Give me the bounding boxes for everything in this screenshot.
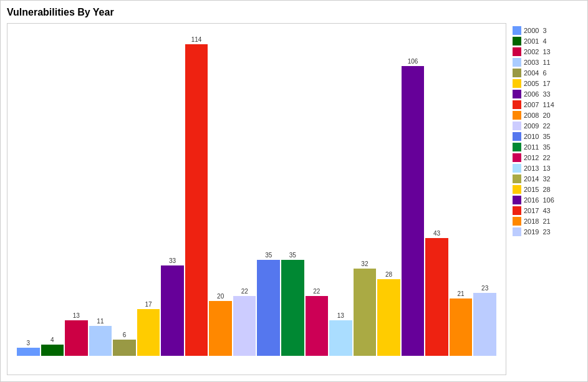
bar-2009 xyxy=(233,296,256,356)
legend-year-2015: 2015 xyxy=(524,186,539,193)
legend-year-2003: 2003 xyxy=(524,59,539,66)
legend-item-2003: 200311 xyxy=(513,58,581,67)
legend-count-2006: 33 xyxy=(542,90,550,98)
legend-item-2018: 201821 xyxy=(513,217,581,226)
legend-color-2004 xyxy=(513,69,521,77)
legend-item-2004: 20046 xyxy=(513,69,581,77)
bar-value-label-2009: 22 xyxy=(241,288,248,295)
bar-group-2010: 35 xyxy=(257,252,280,356)
bar-group-2008: 20 xyxy=(209,293,232,356)
bar-value-label-2004: 6 xyxy=(123,332,127,338)
bar-group-2009: 22 xyxy=(233,288,256,356)
bar-group-2015: 28 xyxy=(377,271,400,356)
bar-2018 xyxy=(450,298,473,356)
bar-group-2013: 13 xyxy=(329,312,352,356)
legend-year-2013: 2013 xyxy=(524,165,539,172)
legend-year-2006: 2006 xyxy=(524,90,539,98)
legend-count-2016: 106 xyxy=(542,196,554,204)
bar-2017 xyxy=(425,238,448,356)
bar-group-2002: 13 xyxy=(65,312,88,356)
legend-year-2012: 2012 xyxy=(524,154,539,161)
bar-2005 xyxy=(137,309,160,356)
legend-color-2006 xyxy=(513,90,521,98)
chart-body: 341311617331142022353522133228106432123 … xyxy=(7,23,581,375)
bar-group-2004: 6 xyxy=(113,332,136,356)
legend-year-2018: 2018 xyxy=(524,217,539,225)
bar-group-2006: 33 xyxy=(161,257,184,356)
bar-value-label-2019: 23 xyxy=(481,285,488,292)
legend-item-2011: 201135 xyxy=(513,143,581,151)
bar-value-label-2006: 33 xyxy=(169,257,176,264)
bar-group-2012: 22 xyxy=(306,288,329,356)
bar-value-label-2008: 20 xyxy=(217,293,224,300)
bar-group-2014: 32 xyxy=(354,260,377,356)
bars-wrapper: 341311617331142022353522133228106432123 xyxy=(11,30,503,356)
legend-color-2018 xyxy=(513,217,521,226)
bar-value-label-2018: 21 xyxy=(458,290,465,297)
legend-year-2007: 2007 xyxy=(524,101,539,108)
legend-year-2008: 2008 xyxy=(524,112,539,119)
legend-color-2011 xyxy=(513,143,521,151)
legend-item-2000: 20003 xyxy=(513,26,581,35)
legend-color-2007 xyxy=(513,100,521,109)
bar-2004 xyxy=(113,340,136,356)
legend-item-2014: 201432 xyxy=(513,174,581,183)
legend-item-2019: 201923 xyxy=(513,227,581,236)
legend-color-2014 xyxy=(513,174,521,183)
bar-group-2018: 21 xyxy=(450,290,473,356)
legend-count-2013: 13 xyxy=(542,165,550,172)
legend-item-2005: 200517 xyxy=(513,79,581,88)
bar-value-label-2014: 32 xyxy=(361,260,368,267)
bar-value-label-2011: 35 xyxy=(289,252,296,259)
legend-year-2005: 2005 xyxy=(524,80,539,87)
bar-value-label-2012: 22 xyxy=(313,288,320,295)
bar-2019 xyxy=(473,293,496,356)
legend-item-2013: 201313 xyxy=(513,164,581,173)
bar-2012 xyxy=(306,296,329,356)
legend-item-2010: 201035 xyxy=(513,132,581,141)
legend-color-2000 xyxy=(513,26,521,35)
bar-value-label-2015: 28 xyxy=(385,271,392,278)
legend-item-2009: 200922 xyxy=(513,122,581,130)
bar-group-2000: 3 xyxy=(17,340,40,356)
legend-year-2002: 2002 xyxy=(524,48,539,55)
legend-count-2015: 28 xyxy=(542,186,550,193)
legend-color-2019 xyxy=(513,227,521,236)
legend-color-2002 xyxy=(513,47,521,56)
legend-count-2003: 11 xyxy=(542,59,550,66)
legend-count-2007: 114 xyxy=(542,101,554,108)
chart-area: 341311617331142022353522133228106432123 xyxy=(7,23,506,375)
bar-group-2016: 106 xyxy=(402,58,425,356)
legend-color-2015 xyxy=(513,185,521,194)
legend-count-2012: 22 xyxy=(542,154,550,161)
bar-value-label-2007: 114 xyxy=(191,36,202,43)
legend-count-2011: 35 xyxy=(542,143,550,151)
bar-value-label-2016: 106 xyxy=(408,58,418,65)
bar-2008 xyxy=(209,301,232,356)
legend-count-2017: 43 xyxy=(542,207,550,214)
bar-value-label-2003: 11 xyxy=(97,318,104,325)
legend-item-2017: 201743 xyxy=(513,206,581,215)
legend-count-2002: 13 xyxy=(542,48,550,55)
legend-year-2000: 2000 xyxy=(524,27,539,34)
bar-group-2003: 11 xyxy=(89,318,112,356)
bar-value-label-2005: 17 xyxy=(145,301,152,308)
bar-value-label-2000: 3 xyxy=(26,340,30,346)
bar-group-2019: 23 xyxy=(473,285,496,356)
bar-2002 xyxy=(65,320,88,356)
bar-value-label-2017: 43 xyxy=(433,230,440,237)
bar-2007 xyxy=(185,44,208,356)
bar-value-label-2001: 4 xyxy=(51,337,54,343)
chart-container: Vulnerabilities By Year 3413116173311420… xyxy=(0,0,588,382)
legend-year-2010: 2010 xyxy=(524,133,539,140)
bar-2003 xyxy=(89,326,112,356)
legend-item-2012: 201222 xyxy=(513,153,581,162)
legend-year-2019: 2019 xyxy=(524,228,539,236)
legend-year-2001: 2001 xyxy=(524,37,539,45)
bar-2001 xyxy=(41,345,64,356)
legend-item-2007: 2007114 xyxy=(513,100,581,109)
bar-2010 xyxy=(257,260,280,356)
legend-count-2010: 35 xyxy=(542,133,550,140)
bar-value-label-2013: 13 xyxy=(337,312,344,319)
bar-2013 xyxy=(329,320,352,356)
